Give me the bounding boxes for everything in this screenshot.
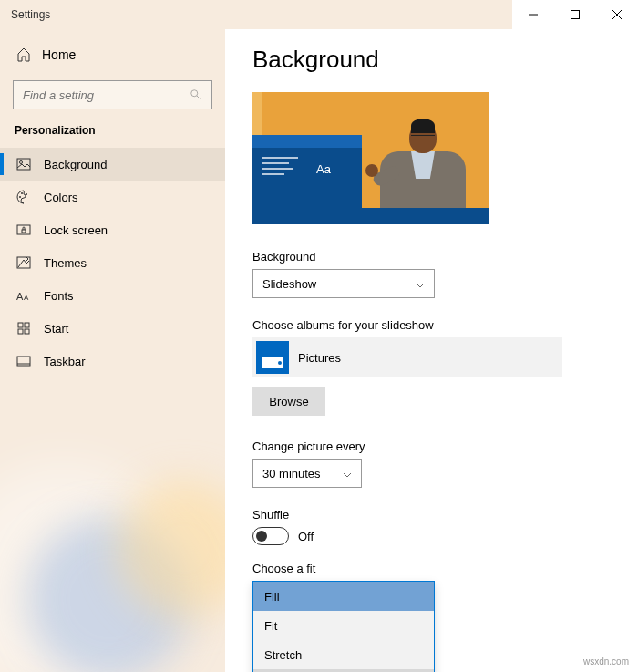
sidebar-item-label: Fonts bbox=[44, 289, 74, 303]
fit-option-fit[interactable]: Fit bbox=[253, 611, 434, 640]
album-row[interactable]: Pictures bbox=[252, 337, 562, 377]
shuffle-toggle[interactable] bbox=[252, 527, 289, 545]
sidebar-item-label: Taskbar bbox=[44, 355, 86, 368]
svg-rect-12 bbox=[22, 230, 26, 233]
taskbar-icon bbox=[16, 354, 31, 368]
chevron-down-icon bbox=[416, 279, 425, 288]
svg-rect-19 bbox=[25, 329, 29, 334]
fit-dropdown-open[interactable]: Fill Fit Stretch Tile Center Span bbox=[252, 581, 435, 672]
background-dropdown[interactable]: Slideshow bbox=[252, 269, 435, 298]
home-button[interactable]: Home bbox=[0, 38, 225, 71]
desktop-preview: Aa bbox=[252, 92, 489, 224]
search-icon bbox=[190, 88, 202, 101]
fit-option-fill[interactable]: Fill bbox=[253, 582, 434, 611]
sidebar: Home Personalization Background Colors L… bbox=[0, 29, 225, 672]
sidebar-item-background[interactable]: Background bbox=[0, 148, 225, 181]
album-thumbnail bbox=[256, 341, 289, 374]
sidebar-item-start[interactable]: Start bbox=[0, 312, 225, 345]
themes-icon bbox=[16, 255, 31, 270]
fit-label: Choose a fit bbox=[252, 562, 611, 575]
svg-rect-1 bbox=[571, 11, 580, 19]
sidebar-item-themes[interactable]: Themes bbox=[0, 246, 225, 279]
shuffle-value: Off bbox=[298, 530, 314, 543]
change-interval-dropdown[interactable]: 30 minutes bbox=[252, 459, 362, 488]
svg-text:A: A bbox=[24, 294, 29, 302]
main-content: Background Aa Background Slideshow Choos… bbox=[225, 29, 638, 672]
lock-screen-icon bbox=[16, 222, 31, 237]
titlebar: Settings bbox=[0, 0, 638, 29]
watermark: wsxdn.com bbox=[583, 656, 629, 667]
sidebar-item-taskbar[interactable]: Taskbar bbox=[0, 345, 225, 377]
home-label: Home bbox=[42, 47, 76, 62]
shuffle-label: Shuffle bbox=[252, 508, 611, 522]
background-label: Background bbox=[252, 250, 611, 264]
change-label: Change picture every bbox=[252, 439, 611, 453]
svg-point-4 bbox=[191, 90, 198, 97]
svg-rect-16 bbox=[18, 323, 23, 327]
sidebar-item-colors[interactable]: Colors bbox=[0, 181, 225, 213]
svg-point-8 bbox=[19, 196, 21, 198]
maximize-button[interactable] bbox=[554, 0, 596, 29]
svg-point-9 bbox=[21, 192, 23, 194]
change-value: 30 minutes bbox=[262, 467, 321, 481]
svg-rect-6 bbox=[17, 159, 30, 170]
background-value: Slideshow bbox=[262, 277, 316, 291]
page-title: Background bbox=[252, 46, 611, 74]
start-icon bbox=[16, 321, 31, 336]
svg-text:A: A bbox=[16, 291, 24, 302]
svg-line-5 bbox=[197, 96, 201, 99]
search-box[interactable] bbox=[13, 80, 212, 109]
home-icon bbox=[16, 47, 31, 62]
chevron-down-icon bbox=[343, 469, 352, 478]
sidebar-item-fonts[interactable]: AA Fonts bbox=[0, 279, 225, 312]
sidebar-item-label: Themes bbox=[44, 256, 87, 270]
browse-button[interactable]: Browse bbox=[252, 387, 325, 416]
sidebar-item-label: Start bbox=[44, 322, 68, 336]
svg-rect-17 bbox=[25, 323, 29, 327]
fit-option-stretch[interactable]: Stretch bbox=[253, 640, 434, 669]
sidebar-item-label: Background bbox=[44, 158, 107, 171]
fonts-icon: AA bbox=[16, 288, 31, 303]
search-input[interactable] bbox=[23, 88, 190, 102]
albums-label: Choose albums for your slideshow bbox=[252, 318, 611, 332]
palette-icon bbox=[16, 190, 31, 204]
svg-rect-18 bbox=[18, 329, 23, 334]
sidebar-item-label: Lock screen bbox=[44, 223, 108, 237]
svg-point-7 bbox=[20, 161, 23, 164]
window-title: Settings bbox=[11, 8, 50, 21]
picture-icon bbox=[16, 157, 31, 171]
album-name: Pictures bbox=[298, 351, 341, 365]
preview-sample-text: Aa bbox=[316, 162, 331, 176]
svg-point-10 bbox=[26, 193, 27, 195]
section-label: Personalization bbox=[0, 120, 225, 148]
close-button[interactable] bbox=[596, 0, 638, 29]
minimize-button[interactable] bbox=[512, 0, 554, 29]
window-controls bbox=[512, 0, 638, 29]
sidebar-item-label: Colors bbox=[44, 191, 78, 204]
sidebar-item-lock-screen[interactable]: Lock screen bbox=[0, 213, 225, 246]
